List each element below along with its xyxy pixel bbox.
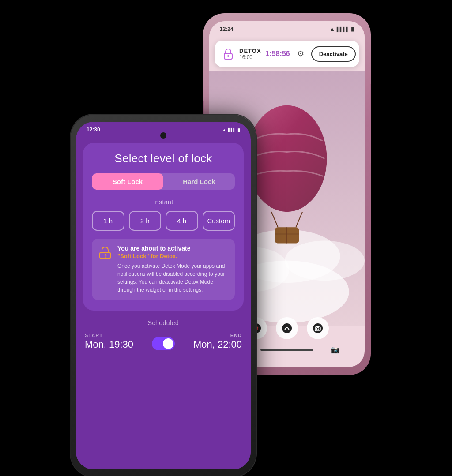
app-icon-2[interactable] xyxy=(276,317,298,339)
widget-info: DETOX 16:00 xyxy=(239,48,261,60)
start-value: Mon, 19:30 xyxy=(85,339,133,350)
soft-lock-button[interactable]: Soft Lock xyxy=(92,173,163,190)
widget-timer: 1:58:56 xyxy=(266,50,290,58)
lock-type-toggle[interactable]: Soft Lock Hard Lock xyxy=(92,173,235,190)
warning-subtitle: "Soft Lock" for Detox. xyxy=(117,253,229,259)
battery-icon: ▮ xyxy=(351,26,354,32)
home-bar xyxy=(260,349,313,351)
scheduled-label: Scheduled xyxy=(85,319,242,326)
schedule-toggle[interactable] xyxy=(152,337,175,350)
svg-point-16 xyxy=(313,323,323,333)
end-label: END xyxy=(193,333,242,338)
start-label: START xyxy=(85,333,133,338)
front-phone: 12:30 ▲ ▌▌▌ ▮ Select level of lock Soft … xyxy=(71,115,256,476)
front-camera-notch xyxy=(160,132,166,139)
scheduled-section: Scheduled START Mon, 19:30 END Mon, 22:0… xyxy=(76,316,251,354)
time-2h-button[interactable]: 2 h xyxy=(129,211,162,231)
deactivate-button[interactable]: Deactivate xyxy=(311,46,356,62)
signal-icon: ▌▌▌▌ xyxy=(337,27,349,32)
warning-title: You are about to activate xyxy=(117,245,229,252)
wifi-icon: ▲ xyxy=(330,26,335,32)
dock-app-icons xyxy=(245,317,329,339)
time-custom-button[interactable]: Custom xyxy=(203,211,235,231)
status-icons: ▲ ▌▌▌▌ ▮ xyxy=(330,26,354,32)
svg-text:?: ? xyxy=(104,254,107,259)
widget-duration: 16:00 xyxy=(239,54,261,60)
warning-text-block: You are about to activate "Soft Lock" fo… xyxy=(117,245,229,294)
front-signal-icon: ▌▌▌ xyxy=(228,128,236,132)
widget-title: DETOX xyxy=(239,48,261,54)
side-button-volume xyxy=(370,124,371,163)
lock-selection-card: Select level of lock Soft Lock Hard Lock… xyxy=(83,143,244,311)
svg-point-7 xyxy=(247,105,327,212)
warning-desc: Once you activate Detox Mode your apps a… xyxy=(117,262,229,294)
hard-lock-button[interactable]: Hard Lock xyxy=(163,173,235,190)
schedule-end: END Mon, 22:00 xyxy=(193,333,242,350)
svg-rect-19 xyxy=(316,326,319,327)
front-wifi-icon: ▲ xyxy=(222,127,226,132)
detox-widget: DETOX 16:00 1:58:56 ⚙ Deactivate xyxy=(215,41,359,67)
time-1h-button[interactable]: 1 h xyxy=(92,211,124,231)
back-status-time: 12:24 xyxy=(220,26,234,32)
svg-point-1 xyxy=(227,55,229,57)
svg-point-15 xyxy=(282,323,292,333)
front-status-time: 12:30 xyxy=(87,127,100,133)
warning-box: ? You are about to activate "Soft Lock" … xyxy=(92,239,235,300)
app-content: Select level of lock Soft Lock Hard Lock… xyxy=(76,143,251,469)
instant-label: Instant xyxy=(92,199,235,206)
front-phone-screen: 12:30 ▲ ▌▌▌ ▮ Select level of lock Soft … xyxy=(76,122,251,469)
card-title: Select level of lock xyxy=(92,152,235,165)
back-phone-status-bar: 12:24 ▲ ▌▌▌▌ ▮ xyxy=(209,21,365,37)
side-button-power xyxy=(370,84,371,110)
time-options: 1 h 2 h 4 h Custom xyxy=(92,211,235,231)
lock-warning-icon: ? xyxy=(98,246,112,294)
app-icon-camera[interactable] xyxy=(307,317,329,339)
camera-icon-small: 📷 xyxy=(331,345,340,354)
widget-detox-icon xyxy=(222,46,235,62)
front-status-icons: ▲ ▌▌▌ ▮ xyxy=(222,127,240,132)
gear-icon[interactable]: ⚙ xyxy=(297,49,304,59)
time-4h-button[interactable]: 4 h xyxy=(166,211,198,231)
schedule-row: START Mon, 19:30 END Mon, 22:00 xyxy=(85,333,242,350)
schedule-start: START Mon, 19:30 xyxy=(85,333,133,350)
toggle-knob xyxy=(163,338,173,349)
front-battery-icon: ▮ xyxy=(237,127,240,132)
end-value: Mon, 22:00 xyxy=(193,339,242,350)
